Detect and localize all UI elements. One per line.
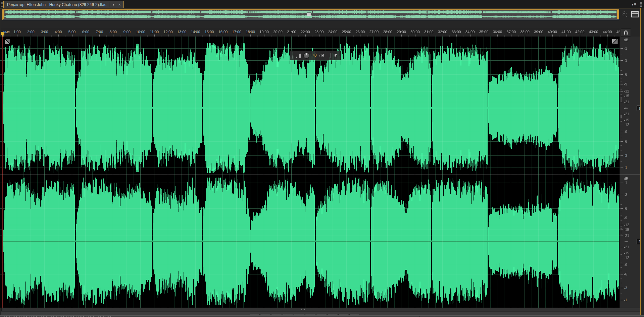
db-scale-label: -21: [624, 112, 629, 116]
db-scale-label: -1: [624, 46, 627, 50]
ruler-label: 20:00: [273, 30, 283, 34]
db-scale-label: -9: [624, 216, 627, 220]
gain-knob[interactable]: [303, 53, 309, 59]
db-scale-label: -21: [624, 100, 629, 104]
ruler-label: 11:00: [150, 30, 159, 34]
status-bar-partial: [0, 315, 644, 317]
horizontal-scrollbar[interactable]: [1, 308, 641, 311]
ruler-label: 15:00: [205, 30, 214, 34]
ruler-label: 16:00: [218, 30, 228, 34]
pin-hud-icon[interactable]: [333, 53, 338, 58]
db-scale-label: -12: [624, 223, 629, 227]
gain-value[interactable]: +0: [312, 53, 317, 58]
ruler-label: 22:00: [301, 30, 310, 34]
db-scale-label: -6: [624, 272, 627, 276]
db-scale-label: -15: [624, 251, 629, 255]
db-scale-label: -3: [624, 153, 627, 157]
overview-right-handle[interactable]: [617, 10, 619, 19]
ruler-label: 24:00: [328, 30, 338, 34]
ruler-label: 7:00: [96, 30, 103, 34]
ruler-label: 13:00: [177, 30, 187, 34]
tab-title: Редактор: Elton John - Honky Chateau (82…: [7, 2, 106, 7]
db-scale-label: -6: [624, 72, 627, 76]
db-scale-label: -12: [624, 89, 629, 93]
overview-left-handle[interactable]: [3, 10, 4, 19]
amplitude-scale[interactable]: dB-1-1-3-3-6-6-9-9-12-12-15-15-21-21-∞1d…: [620, 37, 641, 308]
ruler-label: 43:00: [589, 30, 598, 34]
overview-center-grip[interactable]: [307, 12, 311, 16]
scrollbar-grip[interactable]: [300, 308, 306, 310]
ruler-label: 36:00: [493, 30, 502, 34]
waveform-canvas[interactable]: [0, 37, 620, 308]
hud-drag-grip[interactable]: [292, 52, 293, 59]
editor-panel: чмс 1:002:003:004:005:006:007:008:009:00…: [0, 8, 644, 316]
panel-right-grip[interactable]: [640, 2, 642, 7]
ruler-label: 34:00: [465, 30, 475, 34]
db-scale-label: dB: [624, 38, 628, 42]
hud-gain-control[interactable]: +0 dB: [290, 51, 341, 60]
db-scale-label: -15: [624, 118, 629, 122]
channel-divider: [1, 175, 641, 175]
fade-in-handle[interactable]: [5, 39, 10, 44]
db-scale-label: -9: [624, 82, 627, 86]
db-scale-label: -6: [624, 206, 627, 210]
ruler-label: 33:00: [452, 30, 461, 34]
ruler-label: 41:00: [561, 30, 571, 34]
panel-drag-grip[interactable]: [1, 2, 3, 7]
db-scale-label: -1: [624, 181, 627, 185]
playhead-line: [2, 37, 3, 308]
ruler-label: 2:00: [27, 30, 34, 34]
db-scale-label: -∞: [624, 106, 628, 110]
ruler-label: 28:00: [383, 30, 392, 34]
db-scale-label: -3: [624, 193, 627, 197]
editor-tab[interactable]: Редактор: Elton John - Honky Chateau (82…: [3, 1, 124, 8]
ruler-label: 37:00: [507, 30, 516, 34]
db-scale-label: -21: [624, 234, 629, 238]
db-scale-label: -12: [624, 256, 629, 260]
fade-out-handle[interactable]: [612, 39, 617, 44]
ruler-label: 32:00: [438, 30, 447, 34]
db-scale-label: -3: [624, 58, 627, 62]
hud-levels-icon: [296, 54, 301, 58]
db-scale-label: dB: [624, 177, 628, 181]
ruler-label: 10:00: [136, 30, 145, 34]
ruler-label: 5:00: [68, 30, 76, 34]
time-ruler[interactable]: чмс 1:002:003:004:005:006:007:008:009:00…: [1, 28, 620, 37]
ruler-label: 21:00: [287, 30, 296, 34]
levels-list-icon[interactable]: [631, 11, 639, 19]
ruler-label: 38:00: [520, 30, 530, 34]
ruler-label: 35:00: [479, 30, 489, 34]
ruler-label: 45:00: [616, 30, 620, 34]
ruler-label: 25:00: [342, 30, 351, 34]
db-scale-label: -1: [624, 298, 627, 302]
scrollbar-thumb[interactable]: [1, 308, 641, 311]
db-scale-label: -9: [624, 263, 627, 267]
ruler-label: 31:00: [424, 30, 434, 34]
ruler-label: 40:00: [548, 30, 557, 34]
db-scale-label: -3: [624, 286, 627, 290]
ruler-label: 4:00: [55, 30, 62, 34]
magnet-icon: [624, 30, 628, 35]
hud-separator: [330, 53, 331, 58]
ruler-label: 26:00: [356, 30, 365, 34]
overview-strip[interactable]: [2, 9, 619, 20]
audition-editor-window: Редактор: Elton John - Honky Chateau (82…: [0, 0, 644, 317]
snap-magnet-button[interactable]: [621, 28, 631, 37]
right-panel-edge: [640, 8, 644, 315]
playhead-handle[interactable]: [1, 32, 4, 35]
db-scale-label: -∞: [624, 239, 628, 243]
ruler-label: 14:00: [191, 30, 200, 34]
tab-dropdown-icon[interactable]: ▼: [112, 3, 115, 6]
panel-menu-icon[interactable]: ▾≡: [632, 2, 637, 7]
ruler-label: 18:00: [246, 30, 255, 34]
ruler-label: 29:00: [397, 30, 406, 34]
gain-unit: dB: [319, 53, 325, 58]
db-scale-label: -12: [624, 123, 629, 127]
overview-zoom-reset-icon: [622, 11, 627, 17]
tab-close-icon[interactable]: ×: [118, 2, 121, 7]
db-scale-label: -1: [624, 166, 627, 170]
ruler-label: 27:00: [369, 30, 379, 34]
ruler-label: 42:00: [575, 30, 585, 34]
tab-separator: [109, 2, 109, 7]
ruler-label: 6:00: [82, 30, 89, 34]
